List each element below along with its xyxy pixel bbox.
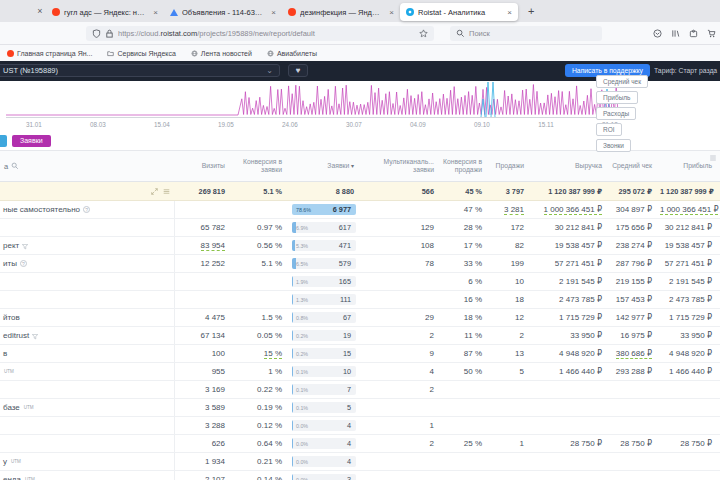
library-icon[interactable] (671, 29, 680, 38)
leads-share-bar[interactable]: 1.9%165 (292, 276, 356, 287)
leads-share-bar[interactable]: 0.0%3 (292, 474, 356, 480)
column-header-6[interactable]: Продажи (490, 162, 532, 170)
leads-share-bar[interactable]: 0.0%4 (292, 438, 356, 449)
table-row[interactable]: yUTM1 9340.21 %0.0%4 (0, 453, 720, 471)
leads-share-bar[interactable]: 0.8%67 (292, 312, 356, 323)
metric-chip-4[interactable]: ROI (596, 123, 622, 136)
cell-sales[interactable]: 3 281 (490, 205, 532, 214)
cart-icon[interactable] (707, 29, 716, 38)
value-conv1[interactable]: 15 % (264, 349, 282, 359)
leads-value: 4 (347, 439, 356, 448)
browser-tab-3[interactable]: дезинфекция — Яндекс: наш× (282, 3, 400, 21)
table-row[interactable]: йтов4 4751.5 %0.8%672918 %121 715 729 ₽1… (0, 309, 720, 327)
value-visits[interactable]: 83 954 (201, 241, 225, 251)
tab-close-icon[interactable]: × (151, 8, 158, 17)
filter-icon[interactable] (32, 333, 38, 339)
favorite-button[interactable]: ♥ (288, 64, 308, 77)
browser-tab-2[interactable]: Объявления - 114-637-5833× (164, 3, 282, 21)
bookmark-item-4[interactable]: Авиабилеты (267, 50, 317, 57)
leads-share-bar[interactable]: 0.2%19 (292, 330, 356, 341)
metric-chip-1[interactable]: Средний чек (596, 75, 648, 88)
leads-share-bar[interactable]: 0.0%4 (292, 456, 356, 467)
cell-profit[interactable]: 1 000 366 451 ₽ (660, 205, 720, 214)
table-row[interactable]: иты?12 2525.1 %6.5%5797833 %19957 271 45… (0, 255, 720, 273)
table-row[interactable]: 3 1690.22 %0.1%72 (0, 381, 720, 399)
table-row[interactable]: 6260.64 %0.0%4225 %128 750 ₽28 750 ₽28 7… (0, 435, 720, 453)
column-header-5[interactable]: Конверсия в продажи (442, 158, 490, 175)
leads-share-bar[interactable]: 0.1%7 (292, 384, 356, 395)
cell-revenue[interactable]: 1 000 366 451 ₽ (532, 205, 610, 214)
leads-share-bar[interactable]: 0.0%4 (292, 420, 356, 431)
column-header-3[interactable]: Заявки ▾ (290, 162, 362, 171)
column-header-1[interactable]: Визиты (175, 162, 233, 170)
table-row[interactable]: ные самостоятельно?78.6%6 97747 %3 2811 … (0, 201, 720, 219)
table-row[interactable]: 65 7820.97 %6.9%61712928 %17230 212 841 … (0, 219, 720, 237)
columns-settings-icon[interactable] (709, 154, 717, 163)
value-sales[interactable]: 3 281 (504, 205, 524, 215)
browser-tab-4[interactable]: Roistat - Аналитика× (400, 3, 518, 21)
bookmark-star-icon[interactable] (419, 29, 428, 38)
legend-chip-leads[interactable]: Заявки (12, 135, 51, 147)
new-tab-button[interactable]: + (528, 5, 534, 17)
table-row[interactable]: 3 2880.12 %0.0%41 (0, 417, 720, 435)
search-icon[interactable] (11, 162, 19, 170)
bookmark-item-2[interactable]: Сервисы Яндекса (107, 50, 175, 57)
menu-icon[interactable] (163, 188, 170, 195)
column-header-channel[interactable]: а (0, 162, 175, 171)
column-header-7[interactable]: Выручка (532, 162, 610, 170)
leads-share-bar[interactable]: 5.3%471 (292, 240, 356, 251)
table-row[interactable]: 1.9%1656 %102 191 545 ₽219 155 ₽2 191 54… (0, 273, 720, 291)
cell-conv2: 50 % (442, 367, 490, 376)
filter-icon[interactable] (22, 243, 28, 249)
bookmark-item-3[interactable]: Лента новостей (191, 50, 252, 57)
column-header-9[interactable]: Прибыль (660, 162, 720, 170)
utm-tag: UTM (4, 369, 14, 374)
tab-close-icon[interactable]: × (34, 6, 46, 16)
lock-icon[interactable] (105, 29, 114, 38)
table-row[interactable]: 1.3%11116 %182 473 785 ₽157 453 ₽2 473 7… (0, 291, 720, 309)
table-row[interactable]: ендаUTM2 1070.14 %0.0%3 (0, 471, 720, 480)
value-profit[interactable]: 1 000 366 451 ₽ (660, 205, 718, 215)
table-row[interactable]: в10015 %0.2%15987 %134 948 920 ₽380 686 … (0, 345, 720, 363)
cell-avg[interactable]: 380 686 ₽ (610, 349, 660, 358)
extensions-icon[interactable] (689, 29, 698, 38)
pocket-icon[interactable] (653, 29, 662, 38)
table-row[interactable]: базеUTM3 5890.19 %0.1%5 (0, 399, 720, 417)
search-box[interactable]: Поиск (450, 26, 602, 41)
legend-chip-clipped[interactable] (0, 135, 7, 147)
cell-visits: 12 252 (175, 259, 233, 268)
value-revenue[interactable]: 1 000 366 451 ₽ (544, 205, 602, 215)
expand-icon[interactable] (151, 188, 158, 195)
leads-share-bar[interactable]: 78.6%6 977 (292, 204, 356, 215)
column-header-4[interactable]: Мультиканаль... заявки (362, 158, 442, 175)
tab-close-icon[interactable]: × (505, 8, 512, 17)
table-totals-row[interactable]: 269 8195.1 %8 88056645 %3 7971 120 387 9… (0, 182, 720, 201)
table-row[interactable]: editrust67 1340.05 %0.2%19211 %233 950 ₽… (0, 327, 720, 345)
url-bar[interactable]: https://cloud.roistat.com/projects/19588… (86, 26, 434, 41)
value-avg[interactable]: 380 686 ₽ (616, 349, 652, 359)
leads-share-bar[interactable]: 1.3%111 (292, 294, 356, 305)
cell-conv1[interactable]: 15 % (233, 349, 290, 358)
info-icon[interactable]: ? (83, 206, 90, 213)
leads-share-bar[interactable]: 6.5%579 (292, 258, 356, 269)
metric-chip-5[interactable]: Звонки (596, 139, 631, 152)
leads-share-bar[interactable]: 0.1%10 (292, 366, 356, 377)
leads-share-bar[interactable]: 6.9%617 (292, 222, 356, 233)
table-row[interactable]: UTM9551 %0.1%10450 %51 466 440 ₽293 288 … (0, 363, 720, 381)
bookmark-item-1[interactable]: Главная страница Ян... (7, 50, 92, 57)
shield-icon[interactable] (92, 29, 101, 38)
leads-share-bar[interactable]: 0.1%5 (292, 402, 356, 413)
tab-close-icon[interactable]: × (387, 8, 394, 17)
metric-chip-3[interactable]: Расходы (596, 107, 636, 120)
metric-chip-2[interactable]: Прибыль (596, 91, 638, 104)
leads-share-bar[interactable]: 0.2%15 (292, 348, 356, 359)
table-row[interactable]: рект83 9540.56 %5.3%47110817 %8219 538 4… (0, 237, 720, 255)
column-header-2[interactable]: Конверсия в заявки (233, 158, 290, 175)
cell-visits[interactable]: 83 954 (175, 241, 233, 250)
column-header-8[interactable]: Средний чек (610, 162, 660, 170)
info-icon[interactable]: ? (20, 260, 27, 267)
tab-close-icon[interactable]: × (269, 8, 276, 17)
cell-leads: 0.2%19 (290, 330, 362, 341)
project-selector[interactable]: UST (№195889) ⌄ (0, 64, 280, 77)
browser-tab-1[interactable]: гугл адс — Яндекс: нашлось 1× (46, 3, 164, 21)
